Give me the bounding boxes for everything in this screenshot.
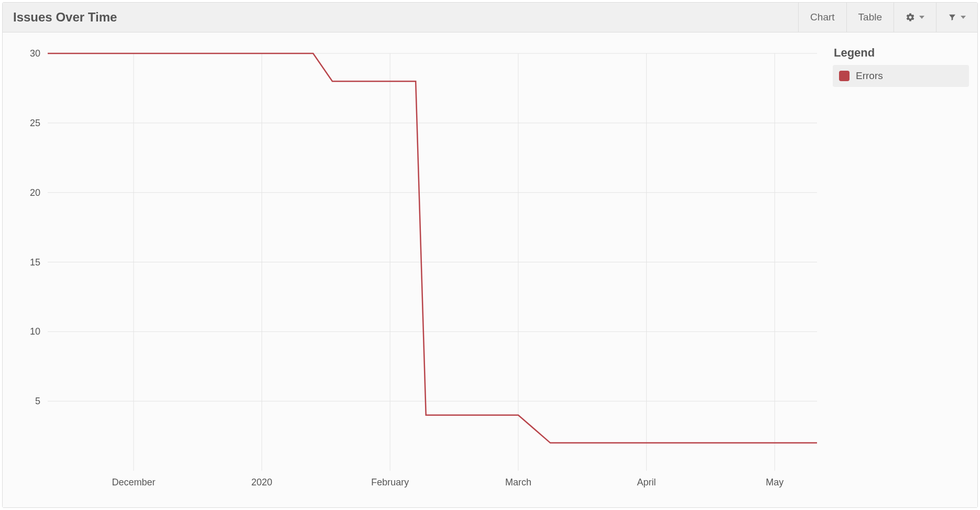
legend-swatch xyxy=(839,71,850,81)
filter-button[interactable] xyxy=(936,3,977,32)
svg-text:30: 30 xyxy=(30,48,40,59)
header-buttons: Chart Table xyxy=(798,3,977,32)
caret-down-icon xyxy=(961,16,966,19)
svg-text:10: 10 xyxy=(30,326,40,337)
funnel-icon xyxy=(948,13,956,21)
gear-icon xyxy=(906,13,915,22)
panel-body: 51015202530December2020FebruaryMarchApri… xyxy=(3,32,977,507)
series-line xyxy=(48,53,817,443)
panel-header: Issues Over Time Chart Table xyxy=(3,3,977,32)
svg-text:20: 20 xyxy=(30,187,40,198)
svg-text:2020: 2020 xyxy=(252,477,273,487)
table-tab-button[interactable]: Table xyxy=(846,3,894,32)
table-tab-label: Table xyxy=(858,12,882,23)
grid xyxy=(48,53,817,471)
panel-title: Issues Over Time xyxy=(3,3,798,32)
chart-tab-label: Chart xyxy=(810,12,834,23)
legend-label: Errors xyxy=(856,70,883,82)
chart-svg: 51015202530December2020FebruaryMarchApri… xyxy=(11,43,822,497)
x-axis: December2020FebruaryMarchAprilMay xyxy=(112,477,783,487)
y-axis: 51015202530 xyxy=(30,48,40,406)
chart-tab-button[interactable]: Chart xyxy=(798,3,846,32)
legend: Legend Errors xyxy=(822,43,969,497)
svg-text:December: December xyxy=(112,477,155,487)
legend-title: Legend xyxy=(834,46,969,60)
svg-text:25: 25 xyxy=(30,118,40,128)
svg-text:15: 15 xyxy=(30,257,40,268)
caret-down-icon xyxy=(919,16,924,19)
svg-text:February: February xyxy=(371,477,409,487)
svg-text:March: March xyxy=(505,477,531,487)
svg-text:May: May xyxy=(766,477,783,487)
settings-button[interactable] xyxy=(894,3,936,32)
chart-panel: Issues Over Time Chart Table xyxy=(2,2,978,508)
chart-area: 51015202530December2020FebruaryMarchApri… xyxy=(11,43,822,497)
legend-item[interactable]: Errors xyxy=(833,65,969,87)
svg-text:5: 5 xyxy=(35,396,40,406)
svg-text:April: April xyxy=(637,477,656,487)
